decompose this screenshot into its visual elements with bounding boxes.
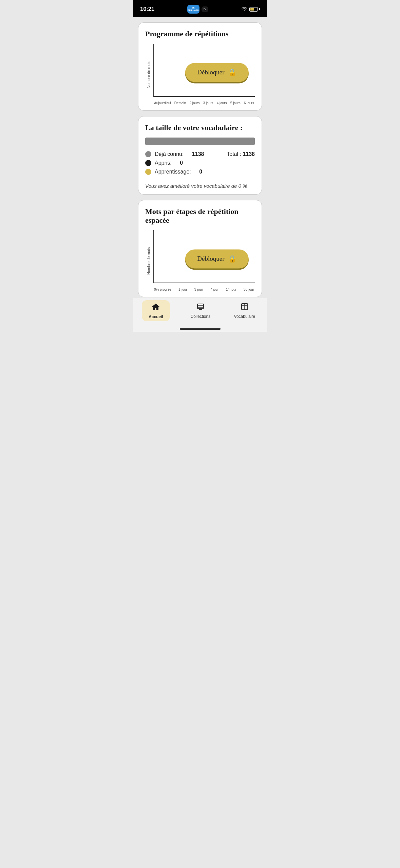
chart3-axis-x bbox=[153, 283, 255, 283]
vocab-stats-and-total: Déjà connu: 1138 Appris: 0 Apprentissage… bbox=[145, 151, 255, 179]
tab-bar: Accueil Collections Vocabulaire bbox=[133, 297, 267, 328]
chart3-x-label-3: 7-jour bbox=[210, 288, 219, 291]
chart3-axis-y bbox=[153, 230, 154, 283]
chart1-x-label-5: 5 jours bbox=[230, 101, 241, 105]
chart1-area: Nombre de mots Débloquer 🔒 Aujourd'hui D… bbox=[145, 44, 255, 105]
apprentissage-value: 0 bbox=[199, 169, 202, 175]
lock-icon-1: 🔒 bbox=[228, 68, 236, 76]
chart1-container: Nombre de mots Débloquer 🔒 Aujourd'hui D… bbox=[145, 44, 255, 105]
vocab-stat-appris: Appris: 0 bbox=[145, 160, 204, 166]
tab-collections-label: Collections bbox=[190, 314, 210, 319]
total-label: Total : bbox=[227, 151, 241, 157]
chart3-x-label-0: 0% progrès bbox=[154, 288, 171, 291]
status-bar: 10:21 LE TRILLIARD tv bbox=[133, 0, 267, 17]
vocabulaire-icon bbox=[240, 303, 249, 313]
svg-rect-3 bbox=[199, 309, 202, 310]
deja-connu-label: Déjà connu: bbox=[155, 151, 184, 157]
app-icon-text: LE TRILLIARD bbox=[187, 7, 199, 11]
wifi-icon bbox=[241, 6, 247, 12]
apprentissage-label: Apprentissage: bbox=[155, 169, 191, 175]
unlock-button-1-label: Débloquer bbox=[197, 69, 224, 76]
chart1-x-labels: Aujourd'hui Demain 2 jours 3 jours 4 jou… bbox=[153, 101, 255, 105]
deja-connu-value: 1138 bbox=[192, 151, 204, 157]
lock-icon-2: 🔒 bbox=[228, 255, 236, 263]
chart3-y-label: Nombre de mots bbox=[145, 230, 152, 291]
total-value: 1138 bbox=[243, 151, 255, 157]
chart3-x-label-5: 30-jour bbox=[244, 288, 254, 291]
chart1-x-label-0: Aujourd'hui bbox=[154, 101, 171, 105]
card1-title: Programme de répétitions bbox=[145, 30, 255, 38]
collections-icon bbox=[196, 303, 205, 313]
chart3-x-label-4: 14-jour bbox=[226, 288, 236, 291]
unlock-button-1[interactable]: Débloquer 🔒 bbox=[185, 63, 248, 82]
tab-collections[interactable]: Collections bbox=[187, 303, 214, 319]
chart1-x-label-3: 3 jours bbox=[203, 101, 213, 105]
card2-title: La taille de votre vocabulaire : bbox=[145, 123, 255, 132]
appletv-icon: tv bbox=[202, 6, 208, 12]
status-time: 10:21 bbox=[140, 6, 154, 13]
dot-yellow bbox=[145, 169, 151, 175]
vocab-stat-apprentissage: Apprentissage: 0 bbox=[145, 169, 204, 175]
app-icon: LE TRILLIARD bbox=[187, 5, 199, 14]
vocab-progress-fill bbox=[145, 138, 255, 145]
home-bar bbox=[133, 328, 267, 332]
vocab-stat-deja-connu: Déjà connu: 1138 bbox=[145, 151, 204, 157]
appris-label: Appris: bbox=[155, 160, 172, 166]
vocab-stats: Déjà connu: 1138 Appris: 0 Apprentissage… bbox=[145, 151, 204, 175]
card-programme-repetitions: Programme de répétitions Nombre de mots … bbox=[138, 22, 262, 111]
tab-accueil[interactable]: Accueil bbox=[142, 300, 170, 321]
vocab-progress-bar bbox=[145, 138, 255, 145]
chart3-graph: Débloquer 🔒 0% progrès 1-jour 3-jour 7-j… bbox=[153, 230, 255, 291]
dot-gray bbox=[145, 151, 151, 157]
svg-rect-0 bbox=[197, 304, 204, 309]
tab-vocabulaire[interactable]: Vocabulaire bbox=[231, 303, 258, 319]
chart1-x-label-6: 6 jours bbox=[244, 101, 254, 105]
chart1-graph: Débloquer 🔒 Aujourd'hui Demain 2 jours 3… bbox=[153, 44, 255, 105]
chart1-x-label-4: 4 jours bbox=[217, 101, 227, 105]
chart1-axis-y bbox=[153, 44, 154, 97]
card-vocabulaire-taille: La taille de votre vocabulaire : Déjà co… bbox=[138, 116, 262, 195]
home-indicator bbox=[180, 328, 221, 330]
dot-black bbox=[145, 160, 151, 166]
vocab-total: Total : 1138 bbox=[227, 151, 255, 157]
tab-vocabulaire-label: Vocabulaire bbox=[234, 314, 255, 319]
chart1-x-label-1: Demain bbox=[174, 101, 186, 105]
chart3-area: Nombre de mots Débloquer 🔒 0% progrès 1-… bbox=[145, 230, 255, 291]
chart1-x-label-2: 2 jours bbox=[189, 101, 199, 105]
battery-icon bbox=[249, 7, 260, 12]
chart1-axis-x bbox=[153, 96, 255, 97]
unlock-button-2[interactable]: Débloquer 🔒 bbox=[185, 249, 248, 268]
chart3-x-labels: 0% progrès 1-jour 3-jour 7-jour 14-jour … bbox=[153, 288, 255, 291]
unlock-button-2-label: Débloquer bbox=[197, 255, 224, 263]
chart3-x-label-1: 1-jour bbox=[178, 288, 187, 291]
chart3-container: Nombre de mots Débloquer 🔒 0% progrès 1-… bbox=[145, 230, 255, 291]
chart3-x-label-2: 3-jour bbox=[194, 288, 203, 291]
main-content: Programme de répétitions Nombre de mots … bbox=[133, 17, 267, 297]
status-center-icons: LE TRILLIARD tv bbox=[187, 5, 208, 14]
home-icon bbox=[151, 303, 160, 313]
chart1-y-label: Nombre de mots bbox=[145, 44, 152, 105]
vocab-improvement: Vous avez amélioré votre vocabulaire de … bbox=[145, 183, 255, 189]
status-right-icons bbox=[241, 6, 260, 12]
appris-value: 0 bbox=[180, 160, 183, 166]
card-mots-etapes: Mots par étapes de répétition espacée No… bbox=[138, 200, 262, 297]
tab-accueil-label: Accueil bbox=[149, 314, 163, 319]
card3-title: Mots par étapes de répétition espacée bbox=[145, 207, 255, 225]
appletv-text: tv bbox=[204, 7, 206, 11]
